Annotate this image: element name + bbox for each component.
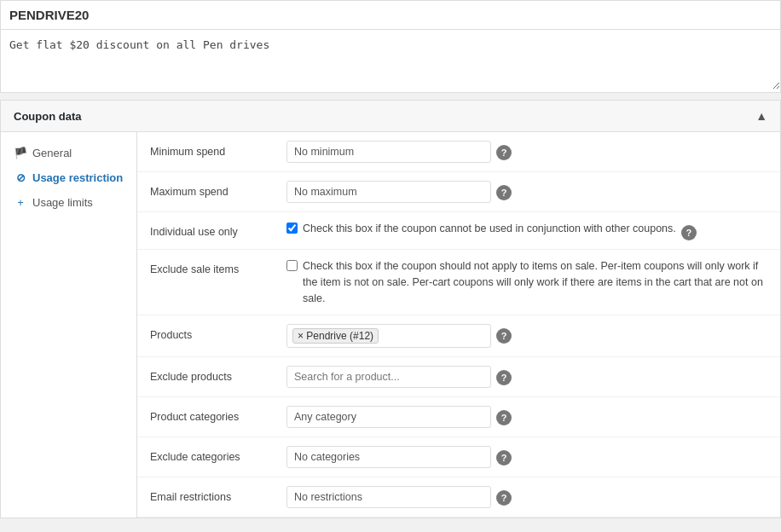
individual-use-checkbox-row: Check this box if the coupon cannot be u…	[286, 221, 676, 237]
email-restrictions-help[interactable]: ?	[496, 490, 512, 506]
individual-use-control: Check this box if the coupon cannot be u…	[286, 221, 767, 240]
product-categories-control: ?	[286, 406, 767, 428]
minimum-spend-help[interactable]: ?	[496, 145, 512, 160]
content-area: Minimum spend ? Maximum spend ?	[137, 132, 780, 518]
product-categories-input[interactable]	[286, 406, 491, 428]
maximum-spend-help[interactable]: ?	[496, 185, 512, 200]
exclude-categories-row: Exclude categories ?	[137, 437, 780, 477]
coupon-description-textarea[interactable]: Get flat $20 discount on all Pen drives	[1, 30, 780, 90]
minimum-spend-row: Minimum spend ?	[137, 132, 780, 172]
individual-use-label: Individual use only	[150, 221, 286, 238]
email-restrictions-input[interactable]	[286, 486, 491, 508]
product-categories-label: Product categories	[150, 406, 286, 423]
top-section: Get flat $20 discount on all Pen drives	[0, 0, 781, 93]
restriction-icon: ⊘	[14, 171, 27, 184]
maximum-spend-input[interactable]	[286, 181, 491, 203]
individual-use-checkbox[interactable]	[286, 223, 298, 234]
panel-collapse-icon[interactable]: ▲	[755, 109, 767, 123]
panel-header[interactable]: Coupon data ▲	[1, 101, 780, 132]
exclude-products-label: Exclude products	[150, 366, 286, 383]
exclude-sale-checkbox-row: Check this box if the coupon should not …	[286, 258, 767, 306]
page-wrapper: Get flat $20 discount on all Pen drives …	[0, 0, 781, 518]
exclude-products-help[interactable]: ?	[496, 370, 512, 385]
sidebar-label-usage-restriction: Usage restriction	[32, 171, 123, 184]
products-label: Products	[150, 324, 286, 341]
minimum-spend-label: Minimum spend	[150, 141, 286, 158]
exclude-products-control: ?	[286, 366, 767, 388]
sidebar-label-general: General	[32, 147, 72, 159]
exclude-sale-checkbox[interactable]	[286, 260, 298, 271]
email-restrictions-control: ?	[286, 486, 767, 508]
products-row: Products × Pendrive (#12) ?	[137, 315, 780, 357]
individual-use-row: Individual use only Check this box if th…	[137, 212, 780, 250]
exclude-sale-row: Exclude sale items Check this box if the…	[137, 250, 780, 315]
maximum-spend-row: Maximum spend ?	[137, 172, 780, 212]
sidebar: 🏴 General ⊘ Usage restriction + Usage li…	[1, 132, 137, 518]
individual-use-description: Check this box if the coupon cannot be u…	[303, 221, 676, 237]
products-tag-input[interactable]: × Pendrive (#12)	[286, 324, 491, 348]
product-tag-pendrive: × Pendrive (#12)	[292, 328, 379, 344]
coupon-code-input[interactable]	[1, 1, 780, 30]
exclude-products-row: Exclude products ?	[137, 357, 780, 397]
exclude-categories-label: Exclude categories	[150, 446, 286, 463]
maximum-spend-control: ?	[286, 181, 767, 203]
panel-title: Coupon data	[14, 110, 81, 123]
maximum-spend-label: Maximum spend	[150, 181, 286, 198]
sidebar-item-general[interactable]: 🏴 General	[1, 141, 136, 165]
email-restrictions-row: Email restrictions ?	[137, 477, 780, 518]
flag-icon: 🏴	[14, 147, 27, 159]
sidebar-label-usage-limits: Usage limits	[32, 196, 93, 209]
exclude-categories-control: ?	[286, 446, 767, 468]
exclude-sale-label: Exclude sale items	[150, 258, 286, 275]
sidebar-item-usage-limits[interactable]: + Usage limits	[1, 190, 136, 215]
exclude-categories-help[interactable]: ?	[496, 450, 512, 466]
product-categories-help[interactable]: ?	[496, 410, 512, 425]
panel-body: 🏴 General ⊘ Usage restriction + Usage li…	[1, 132, 780, 518]
coupon-data-panel: Coupon data ▲ 🏴 General ⊘ Usage restrict…	[0, 100, 781, 518]
email-restrictions-label: Email restrictions	[150, 486, 286, 503]
products-help[interactable]: ?	[496, 328, 512, 344]
individual-use-help[interactable]: ?	[681, 225, 697, 240]
minimum-spend-control: ?	[286, 141, 767, 163]
exclude-sale-description: Check this box if the coupon should not …	[303, 258, 767, 306]
exclude-products-input[interactable]	[286, 366, 491, 388]
product-tag-label: × Pendrive (#12)	[298, 330, 373, 342]
products-control: × Pendrive (#12) ?	[286, 324, 767, 348]
product-categories-row: Product categories ?	[137, 397, 780, 437]
sidebar-item-usage-restriction[interactable]: ⊘ Usage restriction	[1, 165, 136, 190]
exclude-sale-control: Check this box if the coupon should not …	[286, 258, 767, 306]
minimum-spend-input[interactable]	[286, 141, 491, 163]
plus-icon: +	[14, 196, 27, 209]
exclude-categories-input[interactable]	[286, 446, 491, 468]
